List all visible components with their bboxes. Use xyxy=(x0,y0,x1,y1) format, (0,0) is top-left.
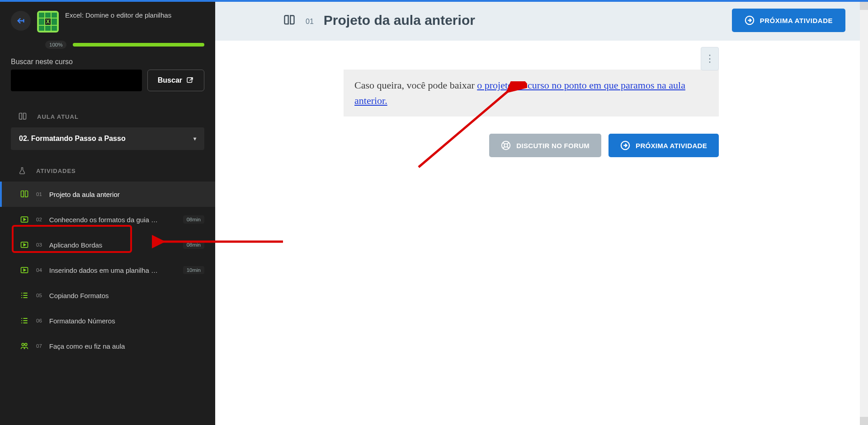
arrow-right-circle-icon xyxy=(620,140,630,150)
activity-title: Copiando Formatos xyxy=(49,292,204,299)
search-button-label: Buscar xyxy=(158,76,182,84)
book-open-icon xyxy=(18,112,27,121)
list-icon xyxy=(20,316,29,325)
activity-title: Formatando Números xyxy=(49,317,204,325)
lifebuoy-icon xyxy=(501,140,511,150)
arrow-right-circle-icon xyxy=(745,15,755,25)
svg-rect-0 xyxy=(187,78,192,83)
kebab-icon: ⋮ xyxy=(705,53,715,65)
activity-item-01[interactable]: 01Projeto da aula anterior xyxy=(0,182,215,207)
content-body: Caso queira, você pode baixar o projeto … xyxy=(344,70,719,117)
list-icon xyxy=(20,291,29,300)
more-options-button[interactable]: ⋮ xyxy=(701,47,719,70)
activity-index: 06 xyxy=(36,318,42,323)
activity-title: Conhecendo os formatos da guia … xyxy=(49,216,176,224)
activity-item-04[interactable]: 04Inserindo dados em uma planilha …10min xyxy=(0,257,215,283)
content-action-row: DISCUTIR NO FORUM PRÓXIMA ATIVIDADE xyxy=(344,134,719,157)
scrollbar-up-button[interactable] xyxy=(860,2,868,10)
activity-item-02[interactable]: 02Conhecendo os formatos da guia …08min xyxy=(0,207,215,232)
progress-percent-label: 100% xyxy=(45,41,66,49)
svg-point-4 xyxy=(22,343,24,346)
next-activity-button-top[interactable]: PRÓXIMA ATIVIDADE xyxy=(732,9,845,32)
activity-title: Faça como eu fiz na aula xyxy=(49,342,204,350)
svg-point-5 xyxy=(25,343,27,346)
video-icon xyxy=(20,215,29,224)
chevron-down-icon: ▾ xyxy=(193,135,196,142)
activity-duration: 10min xyxy=(183,266,204,274)
activity-duration: 08min xyxy=(183,215,204,224)
activity-item-06[interactable]: 06Formatando Números xyxy=(0,308,215,333)
top-accent-strip xyxy=(0,0,868,2)
course-thumbnail-icon: X xyxy=(37,11,59,33)
current-lesson-label: 02. Formatando Passo a Passo xyxy=(19,135,126,143)
svg-point-8 xyxy=(505,144,508,147)
content-text: Caso queira, você pode baixar xyxy=(354,79,477,91)
video-icon xyxy=(20,240,29,249)
progress-bar xyxy=(73,43,204,47)
activity-title: Projeto da aula anterior xyxy=(324,13,475,28)
activity-index: 03 xyxy=(36,242,42,248)
search-label: Buscar neste curso xyxy=(0,58,215,70)
course-header: X Excel: Domine o editor de planilhas xyxy=(0,9,215,41)
main-content: 01 Projeto da aula anterior PRÓXIMA ATIV… xyxy=(215,0,868,425)
progress-row: 100% xyxy=(0,41,215,58)
current-lesson-selector[interactable]: 02. Formatando Passo a Passo ▾ xyxy=(11,127,204,150)
section-activities-header: ATIVIDADES xyxy=(0,156,215,182)
activity-index: 02 xyxy=(36,217,42,222)
flask-icon xyxy=(18,166,26,175)
people-icon xyxy=(20,341,29,350)
activity-title: Aplicando Bordas xyxy=(49,241,176,249)
sidebar: X Excel: Domine o editor de planilhas 10… xyxy=(0,0,215,425)
back-arrow-icon xyxy=(16,16,26,26)
activity-duration: 08min xyxy=(183,241,204,249)
discuss-forum-button[interactable]: DISCUTIR NO FORUM xyxy=(489,134,601,157)
back-button[interactable] xyxy=(11,11,31,31)
scrollbar-down-button[interactable] xyxy=(860,417,868,425)
activity-index: 05 xyxy=(36,293,42,298)
activity-index: 07 xyxy=(36,343,42,349)
activity-title: Projeto da aula anterior xyxy=(49,191,204,198)
discuss-forum-label: DISCUTIR NO FORUM xyxy=(516,142,590,149)
next-activity-button-bottom[interactable]: PRÓXIMA ATIVIDADE xyxy=(609,134,719,157)
video-icon xyxy=(20,266,29,275)
section-current-lesson-header: AULA ATUAL xyxy=(0,102,215,127)
section-current-lesson-label: AULA ATUAL xyxy=(37,113,79,120)
open-book-icon xyxy=(283,14,296,27)
search-button[interactable]: Buscar xyxy=(147,70,204,91)
course-title: Excel: Domine o editor de planilhas xyxy=(65,11,171,20)
next-activity-label: PRÓXIMA ATIVIDADE xyxy=(760,17,833,24)
activity-list: 01Projeto da aula anterior02Conhecendo o… xyxy=(0,182,215,359)
activity-number: 01 xyxy=(306,18,314,26)
next-activity-label: PRÓXIMA ATIVIDADE xyxy=(636,142,707,149)
activity-index: 01 xyxy=(36,191,42,197)
open-book-icon xyxy=(20,190,29,199)
activity-title: Inserindo dados em uma planilha … xyxy=(49,266,176,274)
section-activities-label: ATIVIDADES xyxy=(36,168,76,174)
activity-item-05[interactable]: 05Copiando Formatos xyxy=(0,283,215,308)
activity-index: 04 xyxy=(36,267,42,273)
scrollbar-track[interactable] xyxy=(860,2,868,425)
activity-item-07[interactable]: 07Faça como eu fiz na aula xyxy=(0,333,215,359)
content-header: 01 Projeto da aula anterior PRÓXIMA ATIV… xyxy=(215,0,863,41)
external-link-icon xyxy=(186,76,194,84)
search-row: Buscar xyxy=(0,70,215,102)
search-input[interactable] xyxy=(11,70,142,91)
activity-item-03[interactable]: 03Aplicando Bordas08min xyxy=(0,232,215,257)
